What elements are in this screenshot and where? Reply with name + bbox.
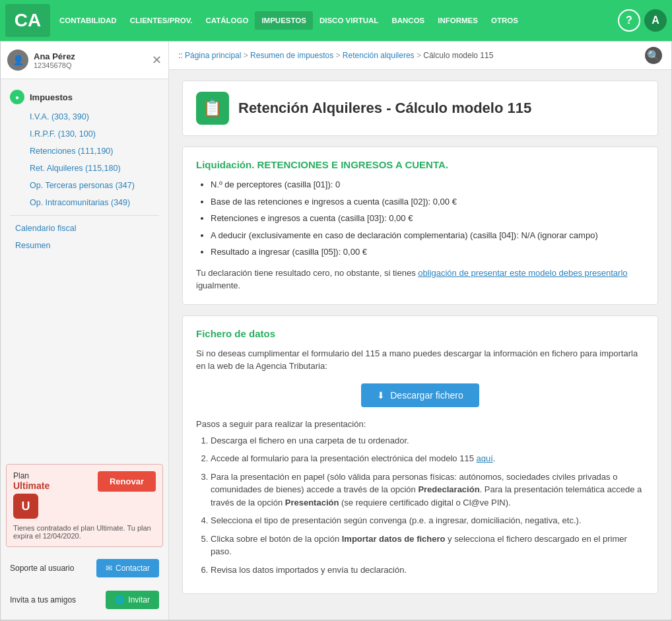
sidebar-item-irpf[interactable]: I.R.P.F. (130, 100) [1,125,168,143]
page-title-icon: 📋 [196,92,229,125]
nav-item-informes[interactable]: INFORMES [431,11,485,30]
invite-label-text: Invitar [128,595,150,605]
breadcrumb-bar: :: Página principal > Resumen de impuest… [169,42,671,70]
liquidacion-note: Tu declaración tiene resultado cero, no … [196,267,644,292]
list-item: Para la presentación en papel (sólo váli… [211,471,644,509]
user-id: 12345678Q [34,61,152,69]
sidebar-item-retenciones[interactable]: Retenciones (111,190) [1,143,168,160]
invite-label: Invita a tus amigos [10,595,99,605]
user-icon: 👤 [7,49,28,71]
sidebar-item-op-intra[interactable]: Op. Intracomunitarias (349) [1,194,168,211]
breadcrumb-item-resumen[interactable]: Resumen de impuestos [250,51,333,60]
sidebar-divider [10,215,159,216]
plan-badge: U [13,494,38,519]
fichero-heading: Fichero de datos [196,328,644,339]
section-icon: ● [10,90,24,104]
plan-info: Tienes contratado el plan Ultimate. Tu p… [13,524,156,540]
nav-item-catalogo[interactable]: CATÁLOGO [199,11,255,30]
steps-intro: Pasos a seguir para realizar la presenta… [196,419,644,429]
breadcrumb-item-ret-alquileres[interactable]: Retención alquileres [343,51,415,60]
list-item: Clicka sobre el botón de la opción Impor… [211,533,644,558]
invite-button[interactable]: 🌐 Invitar [106,591,159,609]
user-name: Ana Pérez [34,51,152,61]
contact-label: Contactar [116,564,150,573]
liquidacion-list: N.º de perceptores (casilla [01]): 0Base… [196,178,644,259]
liquidacion-heading: Liquidación. RETENCIONES E INGRESOS A CU… [196,159,644,170]
sidebar-item-iva[interactable]: I.V.A. (303, 390) [1,108,168,125]
section-title: Impuestos [30,92,73,102]
nav-item-clientes[interactable]: CLIENTES/PROV. [123,11,199,30]
sidebar-section-header: ● Impuestos [1,86,168,108]
list-item: Retenciones e ingresos a cuenta (casilla… [211,212,644,225]
plan-name: Ultimate [13,480,50,491]
download-icon: ⬇ [377,390,385,401]
list-item: Accede al formulario para la presentació… [211,452,644,465]
logo[interactable]: CA [5,4,50,37]
sidebar-item-calendario[interactable]: Calendario fiscal [1,220,168,237]
nav-item-disco[interactable]: DISCO VIRTUAL [313,11,385,30]
help-button[interactable]: ? [618,9,640,32]
download-button[interactable]: ⬇ Descargar fichero [361,383,479,407]
plan-prefix: Plan [13,471,50,480]
liquidacion-card: Liquidación. RETENCIONES E INGRESOS A CU… [182,147,658,305]
steps-list: Descarga el fichero en una carpeta de tu… [196,434,644,577]
plan-box: Plan Ultimate U Renovar Tienes contratad… [6,464,163,547]
breadcrumb-item-home[interactable]: Página principal [185,51,241,60]
sidebar-nav: ● Impuestos I.V.A. (303, 390)I.R.P.F. (1… [1,79,168,459]
list-item: Revisa los datos importados y envía tu d… [211,564,644,577]
nav-right: ? A [618,9,667,32]
content-area: 📋 Retención Alquileres - Cálculo modelo … [169,70,671,620]
download-label: Descargar fichero [390,390,463,401]
sidebar-item-resumen[interactable]: Resumen [1,237,168,254]
fichero-card: Fichero de datos Si no deseas cumpliment… [182,315,658,595]
list-item: Base de las retenciones e ingresos a cue… [211,195,644,209]
nav-item-bancos[interactable]: BANCOS [385,11,431,30]
list-item: A deducir (exclusivamente en caso de dec… [211,229,644,242]
renew-button[interactable]: Renovar [98,471,156,492]
list-item: N.º de perceptores (casilla [01]): 0 [211,178,644,191]
breadcrumb-separator: > [415,51,424,60]
contact-button[interactable]: ✉ Contactar [96,559,159,577]
support-action: Soporte al usuario ✉ Contactar [1,552,168,584]
contact-icon: ✉ [106,564,112,573]
nav-item-impuestos[interactable]: IMPUESTOS [255,11,313,30]
list-item: Descarga el fichero en una carpeta de tu… [211,434,644,447]
search-icon[interactable]: 🔍 [645,47,662,64]
list-item: Selecciona el tipo de presentación según… [211,514,644,527]
sidebar-item-op-terceras[interactable]: Op. Terceras personas (347) [1,177,168,194]
breadcrumb-separator: > [333,51,343,60]
main-content: :: Página principal > Resumen de impuest… [169,42,671,620]
fichero-desc: Si no deseas cumplimentar el formulario … [196,347,644,373]
step-link[interactable]: aquí [477,453,493,463]
breadcrumb-current: Cálculo modelo 115 [423,51,493,60]
list-item: Resultado a ingresar (casilla [05]): 0,0… [211,245,644,259]
breadcrumb-separator: > [241,51,250,60]
nav-item-contabilidad[interactable]: CONTABILIDAD [53,11,123,30]
user-avatar[interactable]: A [644,9,667,32]
sidebar-user-row: 👤 Ana Pérez 12345678Q ✕ [1,42,168,79]
invite-action: Invita a tus amigos 🌐 Invitar [1,584,168,620]
nav-item-otros[interactable]: OTROS [485,11,525,30]
nav-items: CONTABILIDADCLIENTES/PROV.CATÁLOGOIMPUES… [53,11,615,30]
user-info: Ana Pérez 12345678Q [34,51,152,69]
page-title: Retención Alquileres - Cálculo modelo 11… [238,100,531,117]
support-label: Soporte al usuario [10,564,90,573]
sidebar: 👤 Ana Pérez 12345678Q ✕ ● Impuestos I.V.… [1,42,169,620]
breadcrumb: :: Página principal > Resumen de impuest… [178,51,493,60]
top-nav: CA CONTABILIDADCLIENTES/PROV.CATÁLOGOIMP… [0,0,672,41]
page-title-card: 📋 Retención Alquileres - Cálculo modelo … [182,81,658,136]
sidebar-item-ret-alquileres[interactable]: Ret. Alquileres (115,180) [1,160,168,177]
tools-icon[interactable]: ✕ [152,53,162,67]
invite-icon: 🌐 [115,595,125,605]
